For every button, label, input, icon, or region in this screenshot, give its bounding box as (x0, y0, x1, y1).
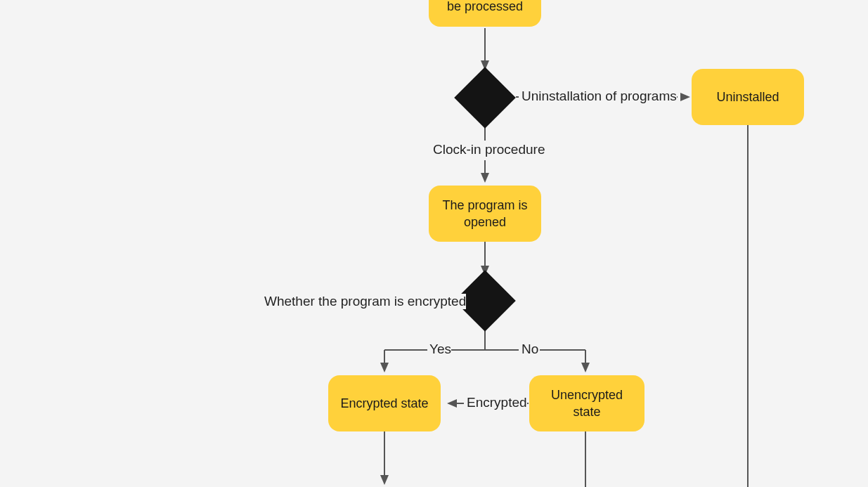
label-encrypted: Encrypted (467, 395, 527, 410)
node-label: Encrypted state (340, 395, 428, 412)
node-label: The program is opened (439, 197, 531, 231)
node-label: Uninstalled (716, 89, 779, 105)
label-is-encrypted: Whether the program is encrypted (264, 294, 466, 309)
node-uninstalled: Uninstalled (692, 69, 804, 125)
node-encrypted-state: Encrypted state (328, 375, 441, 431)
node-label: be processed (447, 0, 523, 15)
label-clock-in: Clock-in procedure (433, 142, 545, 157)
node-label: Unencrypted state (539, 387, 635, 421)
label-no: No (522, 342, 538, 357)
node-to-be-processed: be processed (429, 0, 541, 27)
node-program-opened: The program is opened (429, 186, 541, 242)
node-unencrypted-state: Unencrypted state (529, 375, 644, 431)
decision-initial (454, 67, 516, 129)
label-uninstallation: Uninstallation of programs (522, 89, 677, 104)
label-yes: Yes (429, 342, 451, 357)
